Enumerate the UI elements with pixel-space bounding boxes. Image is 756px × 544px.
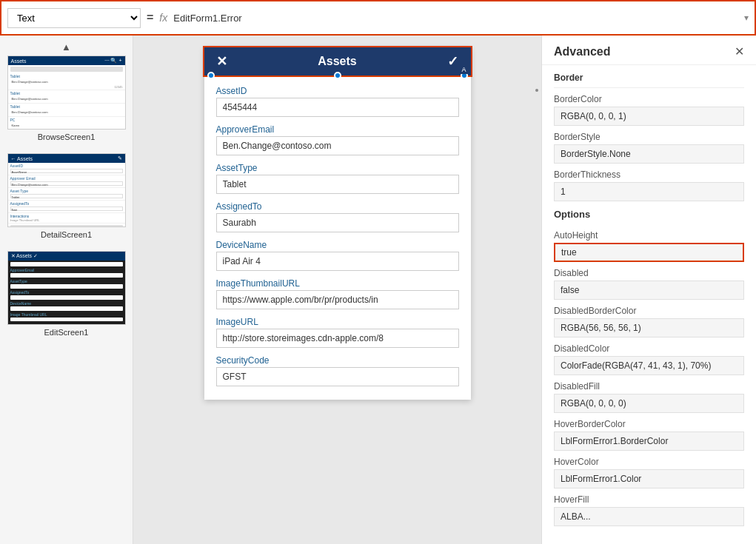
sidebar-item-edit-screen[interactable]: ✕ Assets ✓ ApproverEmail AssetType Assig…	[7, 251, 126, 340]
field-label-assignedto: AssignedTo	[216, 201, 459, 212]
field-label-approveremail: ApproverEmail	[216, 124, 459, 135]
formula-dropdown-icon[interactable]: ▾	[744, 13, 749, 23]
field-input-assetid[interactable]	[216, 98, 459, 117]
prop-value-hoverfill[interactable]: ALBA...	[554, 507, 744, 526]
prop-hovercolor: HoverColor LblFormError1.Color	[554, 457, 744, 488]
field-imageurl: ImageURL	[216, 317, 459, 348]
prop-label-hoverfill: HoverFill	[554, 494, 744, 505]
field-input-imageurl[interactable]	[216, 329, 459, 348]
sidebar-scroll-up[interactable]: ▲	[0, 38, 133, 56]
field-input-approveremail[interactable]	[216, 136, 459, 155]
right-panel-header: Advanced ✕	[542, 36, 756, 65]
prop-disabled: Disabled false	[554, 268, 744, 300]
detail-screen-label: DetailScreen1	[7, 230, 126, 242]
prop-borderthickness: BorderThickness 1	[554, 169, 744, 201]
prop-disabledfill: DisabledFill RGBA(0, 0, 0, 0)	[554, 381, 744, 413]
field-input-imagethumbnailurl[interactable]	[216, 290, 459, 309]
field-input-devicename[interactable]	[216, 252, 459, 271]
browse-screen-thumbnail: Assets ⋯ 🔍 + Tablet Ben.Change@contoso.c…	[7, 56, 126, 130]
sidebar-item-detail-screen[interactable]: ← Assets ✎ AssetID AssetName Approver Em…	[7, 153, 126, 242]
prop-label-borderstyle: BorderStyle	[554, 132, 744, 142]
prop-value-disabledfill[interactable]: RGBA(0, 0, 0, 0)	[554, 394, 744, 413]
browse-screen-label: BrowseScreen1	[7, 132, 126, 144]
right-panel: Advanced ✕ Border BorderColor RGBA(0, 0,…	[541, 36, 756, 544]
prop-bordercolor: BorderColor RGBA(0, 0, 0, 1)	[554, 94, 744, 126]
formula-bar: Text = fx ▾	[0, 0, 756, 36]
prop-label-hoverbordercolor: HoverBorderColor	[554, 419, 744, 429]
prop-value-borderstyle[interactable]: BorderStyle.None	[554, 144, 744, 164]
right-panel-title: Advanced	[554, 45, 610, 58]
prop-hoverbordercolor: HoverBorderColor LblFormError1.BorderCol…	[554, 419, 744, 451]
prop-value-disabledcolor[interactable]: ColorFade(RGBA(47, 41, 43, 1), 70%)	[554, 356, 744, 375]
prop-label-disabledbordercolor: DisabledBorderColor	[554, 306, 744, 316]
selection-handles	[204, 71, 471, 80]
options-label: Options	[554, 201, 744, 224]
handle-left[interactable]	[207, 72, 215, 79]
border-section-label: Border	[554, 65, 744, 88]
form-widget: ✕ Assets ✓ A AssetID	[204, 47, 471, 400]
field-input-assignedto[interactable]	[216, 213, 459, 232]
right-panel-content: Border BorderColor RGBA(0, 0, 0, 1) Bord…	[542, 65, 756, 544]
prop-hoverfill: HoverFill ALBA...	[554, 494, 744, 526]
field-label-assetid: AssetID	[216, 86, 459, 96]
edit-screen-label: EditScreen1	[7, 328, 126, 340]
prop-value-disabledbordercolor[interactable]: RGBA(56, 56, 56, 1)	[554, 318, 744, 338]
field-label-imageurl: ImageURL	[216, 317, 459, 327]
text-indicator: A	[458, 65, 469, 74]
prop-label-disabledcolor: DisabledColor	[554, 343, 744, 354]
prop-value-hovercolor[interactable]: LblFormError1.Color	[554, 469, 744, 488]
canvas-area: ✕ Assets ✓ A AssetID	[133, 36, 541, 544]
field-approveremail: ApproverEmail	[216, 124, 459, 155]
prop-label-disabled: Disabled	[554, 268, 744, 278]
right-panel-close-icon[interactable]: ✕	[735, 44, 744, 58]
field-assetid: AssetID	[216, 86, 459, 117]
field-input-assettype[interactable]	[216, 175, 459, 194]
field-label-devicename: DeviceName	[216, 240, 459, 250]
field-label-securitycode: SecurityCode	[216, 355, 459, 366]
field-label-imagethumbnailurl: ImageThumbnailURL	[216, 278, 459, 289]
prop-autoheight: AutoHeight true	[554, 230, 744, 262]
field-devicename: DeviceName	[216, 240, 459, 271]
prop-value-borderthickness[interactable]: 1	[554, 182, 744, 201]
prop-value-bordercolor[interactable]: RGBA(0, 0, 0, 1)	[554, 107, 744, 126]
fx-label: fx	[159, 12, 167, 24]
main-area: ▲ Assets ⋯ 🔍 + Tablet Ben.Change@contoso…	[0, 36, 756, 544]
prop-borderstyle: BorderStyle BorderStyle.None	[554, 132, 744, 164]
formula-property-select[interactable]: Text	[7, 8, 141, 28]
equals-sign: =	[147, 11, 153, 24]
form-title: Assets	[318, 55, 356, 68]
field-assignedto: AssignedTo	[216, 201, 459, 232]
prop-value-disabled[interactable]: false	[554, 281, 744, 300]
prop-disabledcolor: DisabledColor ColorFade(RGBA(47, 41, 43,…	[554, 343, 744, 375]
field-securitycode: SecurityCode	[216, 355, 459, 386]
prop-label-disabledfill: DisabledFill	[554, 381, 744, 392]
field-label-assettype: AssetType	[216, 163, 459, 173]
form-check-icon[interactable]: ✓	[447, 53, 458, 70]
field-input-securitycode[interactable]	[216, 367, 459, 386]
prop-label-bordercolor: BorderColor	[554, 94, 744, 104]
handle-center[interactable]	[334, 72, 341, 79]
formula-input[interactable]	[173, 13, 738, 24]
sidebar-item-browse-screen[interactable]: Assets ⋯ 🔍 + Tablet Ben.Change@contoso.c…	[7, 56, 126, 144]
prop-label-hovercolor: HoverColor	[554, 457, 744, 467]
field-assettype: AssetType	[216, 163, 459, 194]
prop-label-borderthickness: BorderThickness	[554, 169, 744, 180]
edit-screen-thumbnail: ✕ Assets ✓ ApproverEmail AssetType Assig…	[7, 251, 126, 325]
form-fields: AssetID ApproverEmail AssetType Assigned…	[204, 80, 471, 400]
detail-screen-thumbnail: ← Assets ✎ AssetID AssetName Approver Em…	[7, 153, 126, 227]
left-sidebar: ▲ Assets ⋯ 🔍 + Tablet Ben.Change@contoso…	[0, 36, 133, 544]
form-close-icon[interactable]: ✕	[216, 53, 227, 70]
field-imagethumbnailurl: ImageThumbnailURL	[216, 278, 459, 309]
prop-value-hoverbordercolor[interactable]: LblFormError1.BorderColor	[554, 431, 744, 451]
prop-disabledbordercolor: DisabledBorderColor RGBA(56, 56, 56, 1)	[554, 306, 744, 338]
prop-value-autoheight[interactable]: true	[554, 243, 744, 262]
prop-label-autoheight: AutoHeight	[554, 230, 744, 241]
